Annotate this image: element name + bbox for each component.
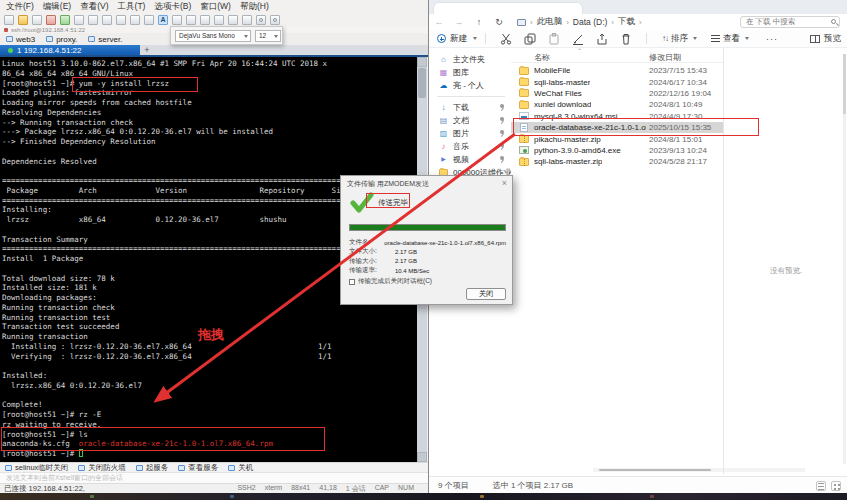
rename-icon[interactable]: [571, 33, 585, 45]
close-icon[interactable]: ×: [502, 178, 507, 188]
new-session-icon[interactable]: [4, 15, 14, 25]
sidebar-item[interactable]: ♪ 音乐: [429, 140, 511, 153]
status-item: CAP: [375, 484, 389, 494]
font-icon[interactable]: [158, 15, 168, 25]
menu-item[interactable]: 文件(F): [6, 1, 34, 13]
print-icon[interactable]: [102, 15, 112, 25]
file-row[interactable]: pikachu-master.zip 2024/8/1 15:01: [511, 133, 723, 144]
scroll-down-icon[interactable]: [417, 452, 427, 462]
large-icons-view-icon[interactable]: [831, 481, 841, 491]
active-session-tab[interactable]: 1 192.168.4.51:22: [0, 45, 140, 55]
checkbox-icon[interactable]: [349, 279, 355, 285]
file-row[interactable]: oracle-database-xe-21c-1.0-1.ol7.x86_64.…: [511, 122, 723, 133]
search-icon[interactable]: [88, 15, 98, 25]
explorer-tab[interactable]: [433, 2, 583, 14]
session-button[interactable]: web3: [6, 35, 35, 44]
quick-command-button[interactable]: 起服务: [136, 463, 169, 473]
quick-command-button[interactable]: 关闭防火墙: [78, 463, 126, 473]
compose-icon[interactable]: [186, 15, 196, 25]
copy-icon[interactable]: [523, 33, 537, 45]
lock-icon[interactable]: [214, 15, 224, 25]
new-window-icon[interactable]: [242, 15, 252, 25]
open-session-icon[interactable]: [18, 15, 28, 25]
session-button[interactable]: proxy.: [46, 35, 77, 44]
search-input[interactable]: 在 下载 中搜索: [740, 16, 840, 28]
new-tab-button[interactable]: +: [140, 45, 154, 55]
new-button[interactable]: 新建: [437, 33, 477, 45]
scrollbar-thumb[interactable]: [418, 68, 426, 98]
duplicate-icon[interactable]: [74, 15, 84, 25]
file-row[interactable]: xunlei download 2024/8/1 10:49: [511, 99, 723, 110]
sort-ascending-icon: ⌃: [577, 47, 582, 54]
feedback-icon[interactable]: [270, 15, 280, 25]
details-view-icon[interactable]: [816, 481, 826, 491]
cut-icon[interactable]: [499, 33, 513, 45]
sidebar-item[interactable]: ↓ 下载: [429, 101, 511, 114]
sidebar-item[interactable]: ⌂ 主文件夹: [429, 53, 511, 66]
help-icon[interactable]: [256, 15, 266, 25]
sidebar-item[interactable]: ☁ 亮 - 个人: [429, 79, 511, 92]
breadcrumb-item[interactable]: 此电脑: [537, 16, 563, 28]
font-name-select[interactable]: DejaVu Sans Mono: [175, 30, 251, 42]
menu-item[interactable]: 选项卡(B): [154, 1, 191, 13]
sidebar-item[interactable]: ▦ 图库: [429, 66, 511, 79]
menu-item[interactable]: 查看(V): [80, 1, 108, 13]
taskbar-icon: [90, 495, 94, 498]
font-size-select[interactable]: 12: [255, 30, 281, 42]
more-button[interactable]: ···: [766, 34, 778, 44]
breadcrumb-item[interactable]: Data (D:): [573, 17, 607, 27]
menu-item[interactable]: 工具(T): [118, 1, 146, 13]
scrollbar-thumb[interactable]: [599, 469, 711, 471]
quick-command-button[interactable]: selinux临时关闭: [5, 463, 68, 473]
compose-bar[interactable]: 发送文本到当前Xshell窗口的全部会话: [0, 472, 428, 483]
sidebar-item-label: 文档: [453, 115, 469, 126]
fullscreen-icon[interactable]: [200, 15, 210, 25]
session-button[interactable]: server.: [88, 35, 122, 44]
menu-item[interactable]: 编辑(E): [43, 1, 71, 13]
package-icon[interactable]: [172, 15, 182, 25]
close-button[interactable]: 关闭: [466, 288, 506, 300]
reconnect-icon[interactable]: [60, 15, 70, 25]
sidebar-item[interactable]: ▶ 视频: [429, 153, 511, 166]
video-icon: ▶: [439, 155, 448, 164]
menubar: 文件(F)编辑(E)查看(V)工具(T)选项卡(B)窗口(W)帮助(H): [0, 0, 428, 13]
globe-icon[interactable]: [144, 15, 154, 25]
disconnect-icon[interactable]: [46, 15, 56, 25]
compose-placeholder: 发送文本到当前Xshell窗口的全部会话: [6, 473, 123, 483]
snapshot-icon[interactable]: [228, 15, 238, 25]
file-row[interactable]: python-3.9.0-amd64.exe 2023/9/13 10:24: [511, 145, 723, 156]
file-row[interactable]: sqli-labs-master 2024/6/17 10:34: [511, 76, 723, 87]
close-on-complete-checkbox[interactable]: 传输完成后关闭对话框(C): [349, 277, 432, 286]
share-icon[interactable]: [595, 33, 609, 45]
preview-toggle-button[interactable]: 预览: [810, 33, 841, 45]
quick-command-button[interactable]: 关机: [228, 463, 253, 473]
sidebar-item[interactable]: ▤ 文档: [429, 114, 511, 127]
column-header-name[interactable]: 名称: [534, 52, 550, 63]
back-icon[interactable]: ←: [429, 17, 449, 27]
refresh-icon[interactable]: ↻: [489, 17, 509, 27]
sort-button[interactable]: ↑↓ 排序: [662, 33, 697, 45]
forward-icon[interactable]: →: [449, 17, 469, 27]
menu-item[interactable]: 窗口(W): [200, 1, 231, 13]
file-row[interactable]: WeChat Files 2022/12/16 19:04: [511, 88, 723, 99]
file-row[interactable]: MobileFile 2023/7/15 15:43: [511, 65, 723, 76]
scroll-up-icon[interactable]: [417, 57, 427, 67]
connect-icon[interactable]: [32, 15, 42, 25]
file-row[interactable]: mysql-8.3.0-winx64.msi 2024/4/9 17:30: [511, 111, 723, 122]
paste-icon[interactable]: [547, 33, 561, 45]
breadcrumb: › 此电脑 › Data (D:) › 下载 ›: [517, 16, 642, 28]
column-header-date[interactable]: 修改日期: [649, 52, 681, 63]
explorer-scrollbar[interactable]: [843, 54, 846, 464]
quick-command-button[interactable]: 查看服务: [178, 463, 218, 473]
sidebar-item[interactable]: ▨ 图片: [429, 127, 511, 140]
zoom-icon[interactable]: [116, 15, 126, 25]
home-icon: ⌂: [439, 55, 448, 64]
view-button[interactable]: 查看: [711, 33, 749, 45]
transfer-icon[interactable]: [130, 15, 140, 25]
delete-icon[interactable]: [619, 33, 633, 45]
up-icon[interactable]: ↑: [469, 17, 489, 27]
menu-item[interactable]: 帮助(H): [240, 1, 269, 13]
onedrive-icon: ☁: [439, 81, 448, 90]
file-row[interactable]: sqli-labs-master.zip 2024/5/28 21:17: [511, 156, 723, 167]
breadcrumb-item[interactable]: 下载: [618, 16, 635, 28]
